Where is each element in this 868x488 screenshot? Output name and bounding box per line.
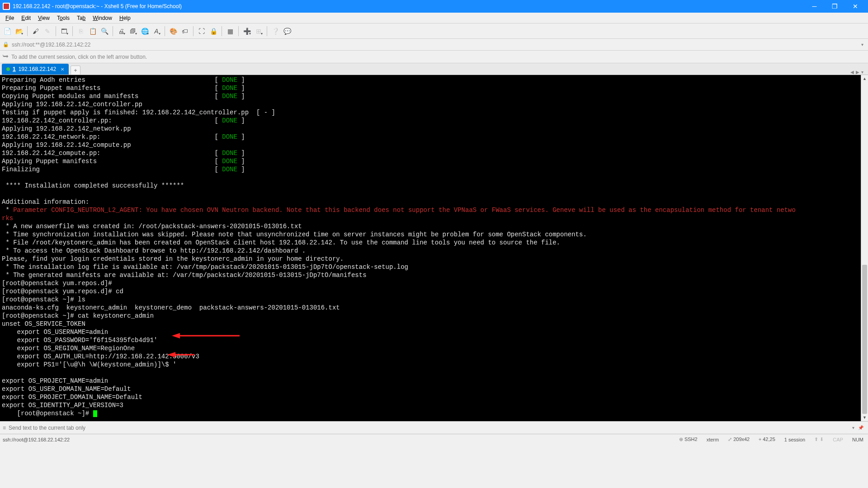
disconnect-button[interactable]: ✎ [42,26,53,37]
term-line: * A new answerfile was created in: /root… [2,223,302,230]
scroll-up-button[interactable]: ▲ [861,75,868,82]
term-line: export OS_USER_DOMAIN_NAME=Default [2,385,131,393]
term-line: export OS_AUTH_URL=http://192.168.22.142… [2,353,199,360]
status-size: ⤢209x42 [726,436,751,442]
menu-help[interactable]: Help [116,14,134,22]
feedback-button[interactable]: 💬 [282,26,292,37]
new-session-button[interactable]: 📄 [2,26,13,37]
paste-button[interactable]: 📋 [87,26,98,37]
menu-window[interactable]: Window [89,14,116,22]
arrange-button[interactable]: ⊞ [253,26,264,37]
maximize-button[interactable]: ❐ [825,0,845,13]
scroll-track[interactable] [861,82,868,414]
send-icon: ≡ [3,425,6,431]
term-line: 192.168.22.142_compute.pp: [ DONE ] [2,150,245,157]
address-text[interactable]: ssh://root:**@192.168.22.142:22 [12,42,859,48]
tab-next-button[interactable]: ▶ [856,70,859,75]
status-connection: ssh://root@192.168.22.142:22 [3,437,677,442]
status-net-icons: ⬆ ⬇ [812,436,826,442]
color-scheme2-button[interactable]: 🏷 [179,26,190,37]
add-session-icon[interactable]: ⮩ [3,53,9,60]
status-sessions: 1 session [783,437,807,442]
menu-file[interactable]: File [2,14,18,22]
info-text: To add the current session, click on the… [11,54,147,60]
reconnect-button[interactable]: 🖌 [30,26,41,37]
term-line: [root@openstack ~]# cat keystonerc_admin [2,312,154,319]
term-line: rks [2,215,13,222]
session-tab[interactable]: 1 192.168.22.142 ✕ [2,64,69,75]
vertical-scrollbar[interactable]: ▲ ▼ [861,75,868,421]
tab-list-button[interactable]: ▾ [861,70,863,75]
scroll-down-button[interactable]: ▼ [861,414,868,421]
properties-button[interactable]: 🗔 [59,26,70,37]
term-line: * Parameter CONFIG_NEUTRON_L2_AGENT: You… [2,206,796,214]
print-button[interactable]: 🖨 [116,26,127,37]
find-button[interactable]: 🔍 [99,26,110,37]
status-num: NUM [850,437,865,442]
term-line: Please, find your login credentials stor… [2,255,344,263]
lock-button[interactable]: 🔒 [208,26,219,37]
encoding-button[interactable]: 🌐 [139,26,150,37]
copy-button[interactable]: ⎘ [75,26,86,37]
address-dropdown[interactable]: ▾ [859,42,865,47]
term-line: [root@openstack ~]# ls [2,296,85,303]
lock-icon: 🔒 [3,42,9,47]
send-dropdown[interactable]: ▾ [850,425,856,430]
menu-edit[interactable]: Edit [18,14,34,22]
new-tab-button[interactable]: + [71,66,80,75]
send-bar: ≡ ▾ 📌 [0,421,868,434]
status-protocol: ⊕SSH2 [677,436,699,442]
minimize-button[interactable]: ─ [804,0,825,13]
terminal[interactable]: Preparing Aodh entries [ DONE ] Preparin… [0,75,861,421]
term-line: Applying 192.168.22.142_network.pp [2,125,131,132]
toolbar: 📄 📂 🖌 ✎ 🗔 ⎘ 📋 🔍 🖨 🗊 🌐 A 🎨 🏷 ⛶ 🔒 ▦ ➕ ⊞ ❔ … [0,23,868,39]
send-pin[interactable]: 📌 [856,425,865,430]
tab-close-button[interactable]: ✕ [61,67,64,72]
menu-tab[interactable]: Tab [73,14,89,22]
term-line: * To access the OpenStack Dashboard brow… [2,247,306,254]
color-scheme-button[interactable]: 🎨 [168,26,179,37]
help-button[interactable]: ❔ [270,26,281,37]
window-title: 192.168.22.142 - root@openstack:~ - Xshe… [13,3,804,9]
term-line: export OS_IDENTITY_API_VERSION=3 [2,402,123,409]
term-line: export OS_USERNAME=admin [2,328,108,336]
term-line: Testing if puppet apply is finished: 192… [2,109,275,116]
term-line: export PS1='[\u@\h \W(keystone_admin)]\$… [2,361,176,368]
fullscreen-button[interactable]: ⛶ [196,26,207,37]
term-line: anaconda-ks.cfg keystonerc_admin keyston… [2,304,340,311]
term-line: Additional information: [2,198,89,206]
open-button[interactable]: 📂 [14,26,24,37]
send-input[interactable] [9,425,850,431]
tab-nav: ◀ ▶ ▾ [850,70,866,75]
title-bar: 192.168.22.142 - root@openstack:~ - Xshe… [0,0,868,13]
tab-bar: 1 192.168.22.142 ✕ + ◀ ▶ ▾ [0,63,868,75]
term-line: Applying 192.168.22.142_compute.pp [2,141,131,149]
menu-view[interactable]: View [34,14,53,22]
term-line: * Time synchronization installation was … [2,231,587,238]
close-button[interactable]: ✕ [845,0,865,13]
new-window-button[interactable]: ➕ [241,26,252,37]
connected-dot-icon [6,67,10,71]
status-cursor-pos: ⌖42,25 [757,436,777,442]
tab-prev-button[interactable]: ◀ [850,70,854,75]
term-line: Preparing Aodh entries [ DONE ] [2,76,245,84]
term-line: **** Installation completed successfully… [2,182,184,189]
tab-number: 1 [13,66,16,72]
font-button[interactable]: A [151,26,162,37]
highlight-button[interactable]: 🗊 [127,26,138,37]
info-bar: ⮩ To add the current session, click on t… [0,51,868,63]
term-line: * File /root/keystonerc_admin has been c… [2,239,560,246]
term-line: Copying Puppet modules and manifests [ D… [2,93,245,100]
status-cap: CAP [831,437,845,442]
term-line: export OS_PROJECT_DOMAIN_NAME=Default [2,394,142,401]
term-line: export OS_REGION_NAME=RegionOne [2,345,135,352]
toggle-view-button[interactable]: ▦ [225,26,236,37]
term-line: [root@openstack yum.repos.d]# cd [2,288,123,295]
term-line: unset OS_SERVICE_TOKEN [2,320,85,328]
term-line: Applying Puppet manifests [ DONE ] [2,158,245,165]
app-icon [3,3,10,10]
menu-tools[interactable]: Tools [53,14,73,22]
term-line: [root@openstack yum.repos.d]# [2,280,112,287]
scroll-thumb[interactable] [862,265,867,414]
term-line: 192.168.22.142_controller.pp: [ DONE ] [2,117,245,124]
